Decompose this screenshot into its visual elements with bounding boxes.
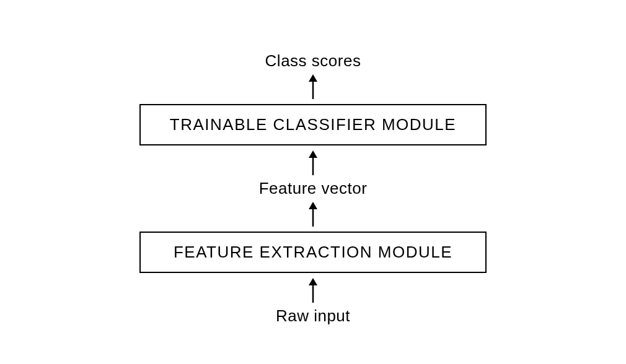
arrow-up-icon xyxy=(307,150,319,175)
classifier-module-box: TRAINABLE CLASSIFIER MODULE xyxy=(139,104,487,145)
classifier-module-label: TRAINABLE CLASSIFIER MODULE xyxy=(165,115,461,134)
svg-marker-7 xyxy=(309,278,317,285)
svg-marker-3 xyxy=(309,150,317,158)
svg-marker-1 xyxy=(309,74,317,82)
output-label: Class scores xyxy=(265,51,361,71)
arrow-up-icon xyxy=(307,74,319,99)
svg-marker-5 xyxy=(309,202,317,209)
extraction-module-box: FEATURE EXTRACTION MODULE xyxy=(139,232,487,273)
intermediate-label: Feature vector xyxy=(259,179,368,198)
arrow-up-icon xyxy=(307,278,319,303)
input-label: Raw input xyxy=(276,306,350,326)
pipeline-diagram: Class scores TRAINABLE CLASSIFIER MODULE… xyxy=(139,49,487,328)
extraction-module-label: FEATURE EXTRACTION MODULE xyxy=(165,243,461,262)
arrow-up-icon xyxy=(307,202,319,227)
